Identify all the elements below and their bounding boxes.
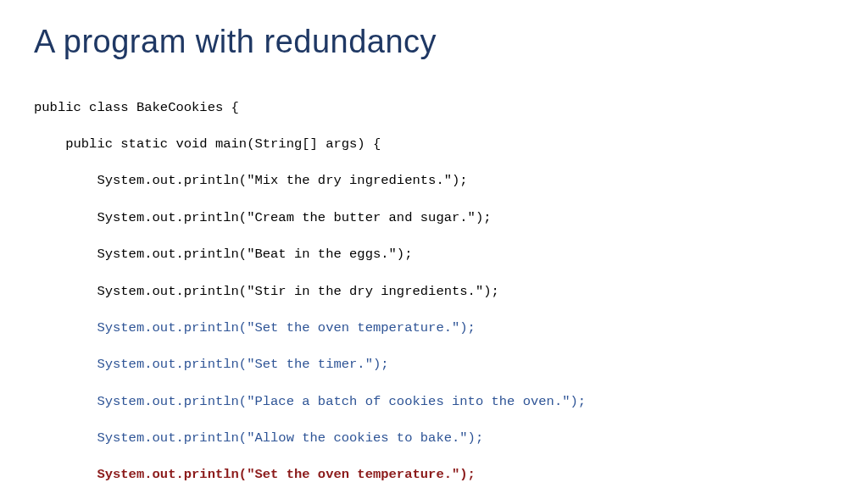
code-line-8: System.out.println("Allow the cookies to… [34,430,834,448]
code-line-6: System.out.println("Set the timer."); [34,356,834,374]
code-line-class: public class BakeCookies { [34,99,834,118]
code-line-2: System.out.println("Cream the butter and… [34,209,834,228]
code-block: public class BakeCookies { public static… [34,80,834,488]
code-line-method: public static void main(String[] args) { [34,136,834,154]
code-line-5: System.out.println("Set the oven tempera… [34,319,834,338]
code-line-4: System.out.println("Stir in the dry ingr… [34,283,834,302]
code-line-1: System.out.println("Mix the dry ingredie… [34,172,834,191]
code-line-7: System.out.println("Place a batch of coo… [34,393,834,412]
code-line-9: System.out.println("Set the oven tempera… [34,466,834,485]
slide-title: A program with redundancy [34,24,834,60]
code-line-3: System.out.println("Beat in the eggs."); [34,246,834,264]
